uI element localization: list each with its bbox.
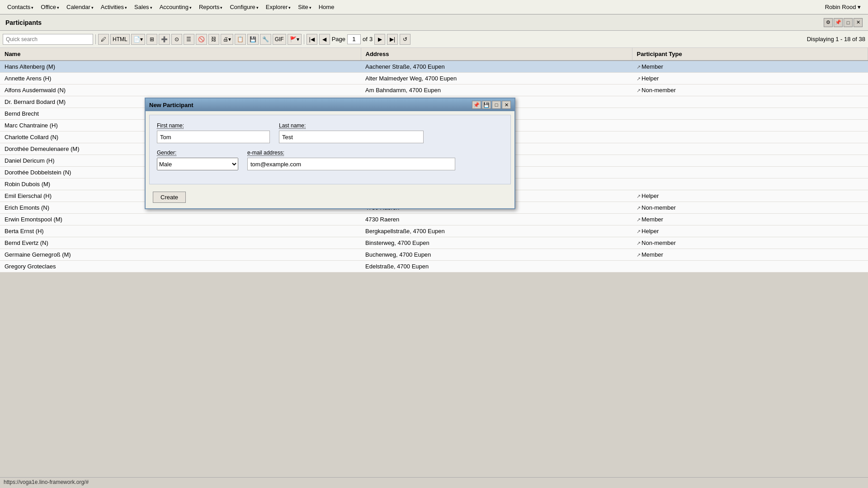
toolbar-sep-1 xyxy=(95,34,96,44)
modal-maximize-btn[interactable]: □ xyxy=(492,101,501,109)
firstname-label: First name: xyxy=(157,122,270,129)
tb-flag-btn[interactable]: 🚩▾ xyxy=(288,34,302,45)
panel-pin-btn[interactable]: 📌 xyxy=(834,18,843,27)
menu-sales[interactable]: Sales▾ xyxy=(131,3,156,11)
toolbar-sep-2 xyxy=(304,34,304,44)
modal-body: First name: Last name: Gender: Male Fema… xyxy=(149,115,511,184)
panel-settings-btn[interactable]: ⚙ xyxy=(824,18,833,27)
create-button[interactable]: Create xyxy=(153,192,186,203)
tb-save-btn[interactable]: 💾 xyxy=(247,34,259,45)
modal-title: New Participant xyxy=(149,102,471,108)
tb-duplicate-btn[interactable]: ⊙ xyxy=(171,34,182,45)
page-total: 3 xyxy=(369,36,373,42)
panel-maximize-btn[interactable]: □ xyxy=(844,18,853,27)
menu-calendar[interactable]: Calendar▾ xyxy=(63,3,97,11)
statusbar: https://voga1e.lino-framework.org/# xyxy=(0,477,868,488)
menu-explorer[interactable]: Explorer▾ xyxy=(262,3,294,11)
menu-activities[interactable]: Activities▾ xyxy=(97,3,131,11)
modal-pin-btn[interactable]: 📌 xyxy=(472,101,481,109)
first-page-btn[interactable]: |◀ xyxy=(307,34,317,45)
email-input[interactable] xyxy=(247,158,455,170)
tb-delete-btn[interactable]: 🚫 xyxy=(196,34,207,45)
menu-office[interactable]: Office▾ xyxy=(37,3,63,11)
content-area: Name Address Participant Type Hans Alten… xyxy=(0,48,868,477)
tb-manage-btn[interactable]: 🔧 xyxy=(260,34,271,45)
search-input[interactable] xyxy=(3,34,93,45)
firstname-input[interactable] xyxy=(157,131,270,143)
tb-grid-btn[interactable]: ⊞ xyxy=(146,34,157,45)
panel-controls: ⚙ 📌 □ ✕ xyxy=(824,18,863,27)
lastname-input[interactable] xyxy=(279,131,424,143)
gender-group: Gender: Male Female Other xyxy=(157,150,238,170)
next-page-btn[interactable]: ▶ xyxy=(374,34,385,45)
menu-home[interactable]: Home xyxy=(315,3,338,11)
lastname-label: Last name: xyxy=(279,122,424,129)
menu-configure[interactable]: Configure▾ xyxy=(226,3,262,11)
modal-save-btn[interactable]: 💾 xyxy=(482,101,491,109)
page-info: Displaying 1 - 18 of 38 xyxy=(807,36,865,42)
page-input[interactable]: 1 xyxy=(347,34,361,44)
tb-pdf-btn[interactable]: 📄▾ xyxy=(131,34,145,45)
menubar: Contacts▾ Office▾ Calendar▾ Activities▾ … xyxy=(0,0,868,14)
page-of: of xyxy=(363,36,368,42)
refresh-btn[interactable]: ↺ xyxy=(400,34,410,45)
status-url: https://voga1e.lino-framework.org/# xyxy=(4,479,89,485)
menu-site[interactable]: Site▾ xyxy=(294,3,315,11)
toolbar: 🖊 HTML 📄▾ ⊞ ➕ ⊙ ☰ 🚫 ⛓ 🖨▾ 📋 💾 🔧 GIF 🚩▾ |◀… xyxy=(0,31,868,48)
tb-gif-btn[interactable]: GIF xyxy=(273,34,286,45)
page-label: Page xyxy=(332,36,345,42)
panel-title: Participants xyxy=(5,19,824,26)
email-group: e-mail address: xyxy=(247,150,455,170)
tb-merge-btn[interactable]: ⛓ xyxy=(208,34,219,45)
modal-titlebar: New Participant 📌 💾 □ ✕ xyxy=(146,99,514,111)
panel-header: Participants ⚙ 📌 □ ✕ xyxy=(0,14,868,31)
tb-copy-btn[interactable]: 📋 xyxy=(235,34,246,45)
panel-close-btn[interactable]: ✕ xyxy=(854,18,863,27)
menu-accounting[interactable]: Accounting▾ xyxy=(156,3,195,11)
page-nav: |◀ ◀ Page 1 of 3 ▶ ▶| ↺ xyxy=(307,34,410,45)
tb-detail-btn[interactable]: ☰ xyxy=(184,34,194,45)
email-label: e-mail address: xyxy=(247,150,455,156)
prev-page-btn[interactable]: ◀ xyxy=(319,34,330,45)
last-page-btn[interactable]: ▶| xyxy=(387,34,398,45)
tb-print-btn[interactable]: 🖨▾ xyxy=(221,34,233,45)
modal-footer: Create xyxy=(146,188,514,208)
lastname-group: Last name: xyxy=(279,122,424,143)
menu-contacts[interactable]: Contacts▾ xyxy=(4,3,37,11)
tb-add-btn[interactable]: ➕ xyxy=(159,34,170,45)
form-row-gender-email: Gender: Male Female Other e-mail address… xyxy=(157,150,503,170)
form-row-name: First name: Last name: xyxy=(157,122,503,143)
gender-label: Gender: xyxy=(157,150,238,156)
firstname-group: First name: xyxy=(157,122,270,143)
modal-close-btn[interactable]: ✕ xyxy=(502,101,511,109)
modal-overlay: New Participant 📌 💾 □ ✕ First name: Last… xyxy=(0,48,868,477)
tb-insert-btn[interactable]: 🖊 xyxy=(98,34,109,45)
tb-html-btn[interactable]: HTML xyxy=(110,34,130,45)
user-menu[interactable]: Robin Rood ▾ xyxy=(821,3,864,11)
menu-reports[interactable]: Reports▾ xyxy=(195,3,226,11)
new-participant-dialog: New Participant 📌 💾 □ ✕ First name: Last… xyxy=(145,98,515,209)
gender-select[interactable]: Male Female Other xyxy=(157,158,238,170)
